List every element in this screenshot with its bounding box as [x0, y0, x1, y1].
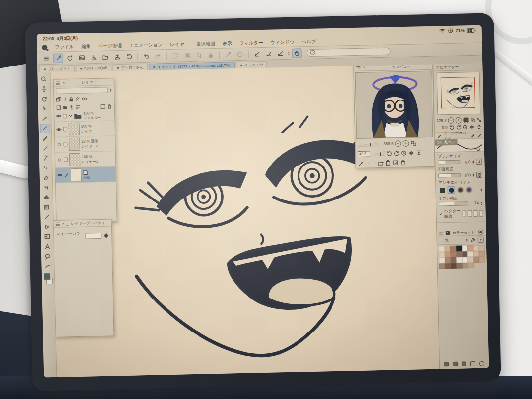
- color-swatch[interactable]: [479, 245, 485, 251]
- deselect-icon[interactable]: [170, 51, 180, 60]
- fill-selection-icon[interactable]: [206, 50, 216, 59]
- color-swatch[interactable]: [451, 263, 457, 269]
- reset-rotation-icon[interactable]: [401, 150, 407, 156]
- antialias-option-middle[interactable]: [456, 186, 464, 193]
- image-icon[interactable]: [77, 53, 87, 62]
- canvas-tab[interactable]: アーロイさん: [112, 64, 148, 71]
- nav-flip-vertical-icon[interactable]: [476, 124, 482, 130]
- brush-size-slider[interactable]: [438, 160, 460, 165]
- balloon-tool-icon[interactable]: [43, 252, 53, 261]
- vector-snap-option[interactable]: [473, 210, 477, 216]
- color-swatch[interactable]: [468, 263, 474, 268]
- color-swatch[interactable]: [479, 257, 485, 263]
- menu-help[interactable]: ヘルプ: [301, 38, 316, 45]
- color-swatch[interactable]: [467, 245, 473, 251]
- help-search-field[interactable]: ?: [306, 47, 390, 57]
- trash-icon[interactable]: [400, 159, 406, 165]
- color-swatch[interactable]: [462, 263, 468, 268]
- dock-color-icon[interactable]: [479, 361, 484, 366]
- mask-icon[interactable]: [100, 103, 106, 109]
- nav-fit-icon[interactable]: [470, 117, 475, 123]
- layer-row[interactable]: 100 %レイヤー1: [55, 151, 116, 168]
- undo-icon[interactable]: [141, 51, 151, 61]
- layer-checkbox[interactable]: [63, 142, 67, 147]
- antialias-option-strong[interactable]: [465, 186, 472, 193]
- layer-checkbox[interactable]: [63, 127, 67, 132]
- menu-file[interactable]: ファイル: [55, 43, 74, 50]
- color-swatch[interactable]: [456, 257, 462, 263]
- pen-tool-icon[interactable]: [40, 124, 50, 133]
- frame-border-tool-icon[interactable]: [42, 232, 52, 241]
- menu-animation[interactable]: アニメーション: [129, 42, 163, 49]
- zoom-tool-icon[interactable]: [39, 74, 49, 84]
- airbrush-tool-icon[interactable]: [40, 153, 50, 163]
- menu-window[interactable]: ウィンドウ: [270, 39, 295, 46]
- hand-tool-icon[interactable]: [292, 48, 301, 58]
- visibility-eye-icon[interactable]: [56, 114, 61, 119]
- stabilization-stepper[interactable]: ▲▼: [480, 201, 483, 205]
- palette-menu-icon[interactable]: [356, 66, 360, 69]
- canvas-tab[interactable]: イラスト6*: [236, 61, 267, 68]
- palette-menu-icon[interactable]: [56, 81, 60, 84]
- nav-rotate-left-icon[interactable]: [449, 125, 455, 130]
- brush-tool-icon[interactable]: [40, 143, 50, 153]
- color-indicator[interactable]: [43, 273, 52, 284]
- rotate-right-icon[interactable]: [394, 150, 399, 156]
- minimize-icon[interactable]: _: [66, 221, 68, 226]
- color-set-stepper[interactable]: ▲▼: [466, 238, 468, 242]
- polyline-tool-icon[interactable]: [42, 222, 52, 232]
- navigator-tab[interactable]: ナビゲーター: [433, 64, 482, 71]
- snap-grid-icon[interactable]: [275, 48, 285, 58]
- opacity-slider[interactable]: [438, 173, 461, 178]
- blend-stepper[interactable]: ▲▼: [109, 88, 112, 92]
- next-image-icon[interactable]: ›: [371, 161, 376, 165]
- minimize-icon[interactable]: _: [367, 65, 369, 69]
- gradient-tool-icon[interactable]: [41, 202, 51, 212]
- delete-layer-icon[interactable]: [107, 103, 112, 109]
- canvas-tab[interactable]: ブレンダスト: [39, 65, 75, 73]
- vector-snap-option[interactable]: [479, 210, 483, 216]
- export-icon[interactable]: [112, 52, 122, 61]
- color-swatch[interactable]: [462, 245, 467, 251]
- vector-snap-option[interactable]: [468, 210, 472, 217]
- color-swatch[interactable]: [445, 252, 451, 258]
- antialias-option-weak[interactable]: [447, 186, 455, 194]
- nav-zoom-reset-icon[interactable]: [463, 117, 469, 123]
- brush-size-stepper[interactable]: ▲▼: [472, 160, 474, 164]
- color-swatch[interactable]: [450, 246, 456, 252]
- fit-screen-icon[interactable]: [410, 140, 416, 146]
- dock-page-icon[interactable]: [470, 361, 475, 366]
- color-swatch[interactable]: [439, 246, 445, 252]
- layer-thumbnail[interactable]: [69, 153, 81, 166]
- subview-angle-slider[interactable]: [372, 151, 385, 156]
- color-swatch[interactable]: [479, 251, 485, 257]
- zoom-in-icon[interactable]: +: [402, 140, 409, 147]
- snap-ruler-icon[interactable]: [252, 49, 262, 58]
- color-swatch[interactable]: [445, 246, 451, 252]
- layer-thumbnail[interactable]: [69, 138, 80, 151]
- stabilization-slider[interactable]: [439, 201, 468, 206]
- flip-horizontal-icon[interactable]: [408, 150, 414, 156]
- fill-tool-icon[interactable]: [41, 193, 51, 202]
- color-swatch[interactable]: [450, 251, 456, 257]
- transfer-icon[interactable]: [75, 104, 81, 109]
- eyedropper-tool-icon[interactable]: [40, 114, 50, 123]
- antialias-option-none[interactable]: [438, 186, 446, 194]
- dock-navigator-icon[interactable]: [453, 362, 458, 366]
- operation-tool-icon[interactable]: [39, 104, 49, 113]
- brush-icon[interactable]: [477, 133, 482, 137]
- close-icon[interactable]: ×: [363, 66, 365, 70]
- color-wheel-icon[interactable]: [478, 230, 483, 235]
- dock-toolprop-icon[interactable]: [462, 361, 466, 366]
- subview-reference-image[interactable]: [355, 71, 433, 139]
- layer-row[interactable]: 100 %レイヤー: [55, 121, 115, 137]
- mesh-transform-icon[interactable]: [235, 49, 245, 59]
- antialias-stepper[interactable]: ▲▼: [480, 187, 483, 191]
- brush-size-picker-icon[interactable]: [476, 159, 482, 165]
- layer-row-folder[interactable]: 100 %フォルダー: [54, 110, 114, 122]
- new-layer-icon[interactable]: [56, 104, 62, 110]
- new-folder-icon[interactable]: [63, 104, 68, 110]
- color-swatch[interactable]: [468, 257, 474, 263]
- nav-zoom-in-icon[interactable]: +: [455, 117, 461, 124]
- eraser-tool-icon[interactable]: [41, 173, 51, 182]
